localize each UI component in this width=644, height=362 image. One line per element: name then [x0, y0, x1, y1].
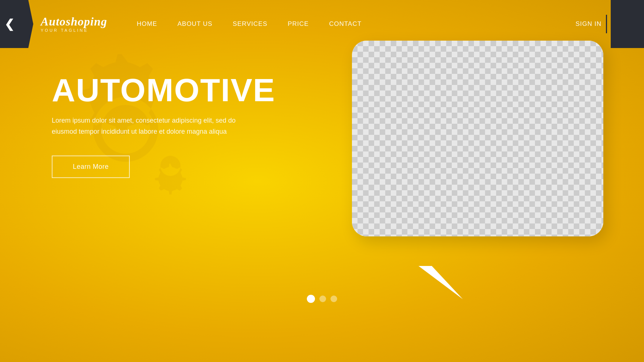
page-wrapper: ❮ Autoshoping YOUR TAGLINE HOME ABOUT US… — [0, 0, 644, 362]
logo-area: Autoshoping YOUR TAGLINE — [41, 16, 107, 33]
nav-home[interactable]: HOME — [137, 20, 157, 28]
speech-bubble — [352, 41, 603, 236]
nav-services[interactable]: SERVICES — [233, 20, 268, 28]
logo-text[interactable]: Autoshoping — [41, 16, 107, 27]
nav-about[interactable]: ABOUT US — [177, 20, 213, 28]
hero-content: AUTOMOTIVE Lorem ipsum dolor sit amet, c… — [52, 74, 244, 178]
bubble-tail-shape — [418, 266, 463, 299]
image-placeholder — [352, 41, 603, 236]
speech-bubble-container — [352, 41, 611, 270]
hero-description: Lorem ipsum dolor sit amet, consectetur … — [52, 115, 244, 137]
learn-more-button[interactable]: Learn More — [52, 156, 130, 178]
slide-dot-2[interactable] — [319, 296, 326, 302]
slide-dot-3[interactable] — [331, 296, 337, 302]
nav-price[interactable]: PRICE — [288, 20, 309, 28]
sign-in-button[interactable]: SIGN IN — [576, 20, 601, 28]
sign-in-area: SIGN IN — [576, 15, 607, 33]
slide-indicator — [307, 295, 337, 303]
nav-links: HOME ABOUT US SERVICES PRICE CONTACT — [137, 20, 576, 28]
navbar: Autoshoping YOUR TAGLINE HOME ABOUT US S… — [0, 0, 644, 48]
hero-title: AUTOMOTIVE — [52, 74, 244, 106]
slide-dot-1[interactable] — [307, 295, 315, 303]
logo-tagline: YOUR TAGLINE — [41, 28, 107, 33]
nav-contact[interactable]: CONTACT — [329, 20, 362, 28]
nav-divider — [606, 15, 607, 33]
